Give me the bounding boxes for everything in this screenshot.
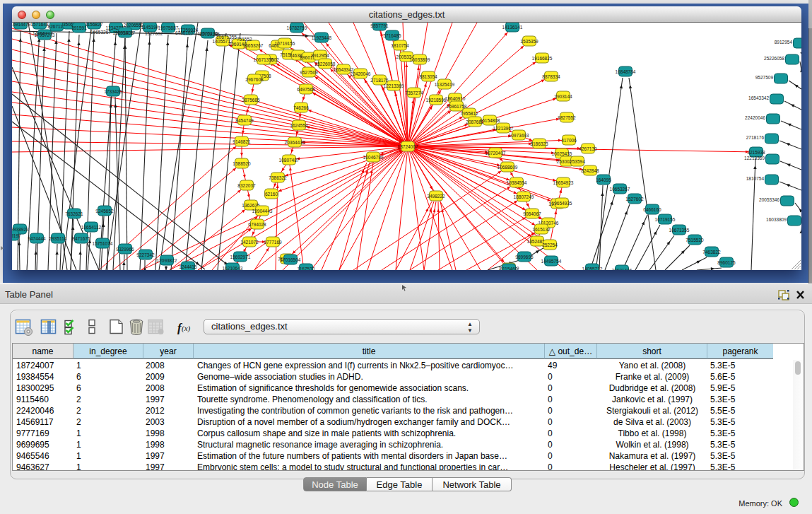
svg-text:8960125: 8960125	[717, 260, 736, 265]
svg-text:14136141: 14136141	[502, 25, 523, 30]
svg-text:16914479: 16914479	[12, 23, 31, 27]
svg-text:9227342: 9227342	[136, 252, 155, 257]
svg-text:252254: 252254	[542, 243, 558, 247]
svg-text:1810754: 1810754	[746, 176, 765, 181]
svg-text:(x): (x)	[182, 324, 191, 333]
svg-text:8878334: 8878334	[542, 74, 560, 79]
svg-text:2903144: 2903144	[554, 94, 572, 99]
svg-text:1156827: 1156827	[86, 23, 103, 27]
svg-text:15751074: 15751074	[93, 241, 113, 246]
svg-text:25226058: 25226058	[764, 56, 784, 61]
svg-text:10654112: 10654112	[81, 225, 102, 230]
svg-text:16033809: 16033809	[766, 217, 787, 222]
svg-text:1421072: 1421072	[240, 240, 259, 245]
svg-text:10671355: 10671355	[216, 35, 237, 40]
svg-text:9777169: 9777169	[264, 240, 282, 245]
svg-text:9857791: 9857791	[370, 23, 389, 28]
svg-text:20691406: 20691406	[113, 30, 134, 35]
svg-text:1527602: 1527602	[145, 31, 163, 36]
svg-text:9474444: 9474444	[28, 236, 46, 241]
svg-text:22420046: 22420046	[745, 115, 765, 120]
svg-text:6497565: 6497565	[297, 87, 315, 92]
svg-text:19904443: 19904443	[252, 209, 273, 214]
svg-text:8912954: 8912954	[311, 53, 329, 58]
svg-text:10653267: 10653267	[610, 187, 630, 192]
svg-text:7632621: 7632621	[65, 211, 83, 216]
svg-text:62160: 62160	[265, 192, 278, 197]
svg-text:10807487: 10807487	[279, 158, 300, 163]
svg-text:9329966: 9329966	[116, 247, 134, 252]
svg-text:16033809: 16033809	[410, 57, 430, 62]
svg-text:1527602: 1527602	[625, 197, 644, 201]
svg-text:3875685: 3875685	[242, 98, 260, 103]
svg-text:1571643: 1571643	[30, 23, 49, 27]
svg-text:6466160: 6466160	[175, 30, 194, 35]
svg-text:14495754: 14495754	[541, 259, 562, 264]
svg-text:6479197: 6479197	[12, 233, 21, 238]
svg-text:6794028: 6794028	[248, 222, 266, 227]
svg-text:7357274: 7357274	[405, 90, 423, 95]
svg-text:19975887: 19975887	[158, 25, 179, 30]
svg-text:746266: 746266	[293, 105, 309, 110]
svg-text:18724007: 18724007	[398, 144, 418, 149]
svg-text:1145194: 1145194	[141, 25, 159, 30]
svg-text:9527509: 9527509	[300, 70, 318, 75]
svg-text:9084067: 9084067	[523, 211, 541, 216]
svg-text:5716485: 5716485	[383, 33, 401, 38]
svg-text:3498222: 3498222	[427, 194, 445, 199]
svg-text:10653267: 10653267	[243, 43, 264, 48]
svg-text:417006: 417006	[561, 138, 577, 143]
svg-text:14055712: 14055712	[33, 31, 53, 36]
svg-text:7386322: 7386322	[269, 175, 287, 180]
svg-text:25226058: 25226058	[315, 62, 336, 66]
svg-text:10653267: 10653267	[90, 30, 111, 35]
svg-text:7515520: 7515520	[686, 238, 704, 243]
svg-text:7463822: 7463822	[702, 250, 721, 255]
svg-text:12213369: 12213369	[744, 156, 765, 160]
svg-text:9245652: 9245652	[95, 209, 114, 214]
svg-text:10671355: 10671355	[254, 57, 274, 62]
svg-text:9827552: 9827552	[558, 115, 576, 120]
svg-text:3215938: 3215938	[747, 150, 765, 155]
svg-text:15692971: 15692971	[230, 255, 251, 259]
svg-text:19654923: 19654923	[553, 180, 574, 185]
svg-text:10688609: 10688609	[498, 165, 518, 170]
svg-text:16961758: 16961758	[447, 104, 467, 109]
svg-text:6466160: 6466160	[643, 207, 661, 212]
svg-text:10046799: 10046799	[363, 155, 384, 160]
svg-text:16210643: 16210643	[223, 266, 243, 271]
svg-text:19218596: 19218596	[426, 98, 447, 103]
svg-text:8912954: 8912954	[775, 40, 793, 45]
svg-text:751552: 751552	[237, 37, 252, 42]
svg-text:1535359: 1535359	[520, 39, 539, 44]
svg-text:1167533: 1167533	[298, 267, 315, 271]
svg-text:16154808: 16154808	[480, 118, 500, 123]
svg-text:10719155: 10719155	[275, 41, 295, 46]
svg-text:19654935: 19654935	[552, 201, 572, 206]
svg-text:1615132: 1615132	[532, 227, 551, 232]
svg-text:2967608: 2967608	[245, 77, 264, 82]
svg-text:253594: 253594	[570, 159, 585, 164]
svg-text:8813054: 8813054	[419, 74, 437, 79]
svg-text:2718176: 2718176	[746, 135, 765, 140]
svg-text:16543342: 16543342	[748, 95, 769, 100]
svg-text:10719155: 10719155	[655, 217, 676, 222]
svg-text:16782759: 16782759	[287, 25, 307, 30]
svg-text:1244415: 1244415	[179, 264, 197, 269]
svg-text:12213369: 12213369	[384, 83, 404, 88]
svg-text:1810754: 1810754	[391, 43, 409, 48]
svg-text:19384554: 19384554	[507, 180, 527, 185]
svg-text:164095: 164095	[596, 177, 611, 182]
svg-text:8471676: 8471676	[72, 236, 90, 241]
svg-text:1624554: 1624554	[290, 123, 308, 128]
svg-text:20364436: 20364436	[285, 140, 305, 145]
svg-text:11923448: 11923448	[312, 35, 332, 40]
svg-text:2935114: 2935114	[49, 236, 67, 241]
svg-text:9527509: 9527509	[755, 75, 774, 80]
svg-text:1733426: 1733426	[104, 89, 122, 94]
svg-text:7955812: 7955812	[460, 111, 478, 116]
svg-text:9699695: 9699695	[515, 255, 534, 259]
svg-text:9115460: 9115460	[500, 267, 518, 271]
svg-text:12093872: 12093872	[157, 258, 177, 263]
svg-text:20053346: 20053346	[759, 197, 779, 202]
